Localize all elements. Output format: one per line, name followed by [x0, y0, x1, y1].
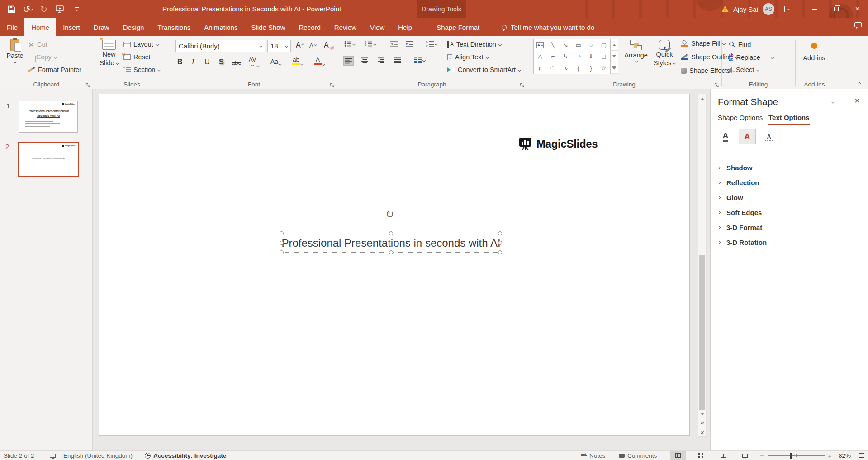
section-soft-edges[interactable]: Soft Edges — [711, 206, 868, 219]
increase-indent-button[interactable] — [406, 41, 413, 47]
strikethrough-button[interactable]: abc — [232, 59, 241, 66]
tab-shape-format[interactable]: Shape Format — [430, 18, 486, 36]
tab-transitions[interactable]: Transitions — [151, 18, 197, 36]
star-shape-icon[interactable]: ☆ — [598, 62, 610, 74]
section-glow[interactable]: Glow — [711, 191, 868, 204]
comments-icon[interactable] — [854, 22, 862, 27]
italic-button[interactable]: I — [192, 58, 194, 66]
user-name[interactable]: Ajay Sai — [733, 5, 758, 13]
justify-button[interactable] — [394, 58, 401, 63]
text-box-shape-icon[interactable]: A — [534, 39, 546, 51]
tell-me-box[interactable]: Tell me what you want to do — [502, 18, 594, 36]
slide-show-button[interactable] — [737, 451, 753, 460]
align-text-button[interactable]: ↕ Align Text — [447, 53, 489, 61]
select-button[interactable]: Select — [729, 66, 759, 73]
add-ins-button[interactable]: Add-ins — [802, 43, 826, 62]
rectangle-shape-icon[interactable]: ▭ — [572, 39, 584, 51]
slide-indicator[interactable]: Slide 2 of 2 — [4, 451, 34, 460]
convert-to-smartart-button[interactable]: Convert to SmartArt — [447, 66, 521, 73]
section-button[interactable]: Section — [123, 66, 160, 73]
gallery-scroll-up-icon[interactable] — [611, 39, 618, 51]
cut-button[interactable]: Cut — [28, 41, 47, 48]
tab-view[interactable]: View — [363, 18, 391, 36]
left-brace-shape-icon[interactable]: { — [572, 62, 584, 74]
zoom-in-button[interactable]: + — [828, 451, 832, 460]
gallery-more-icon[interactable] — [611, 62, 618, 74]
section-3d-rotation[interactable]: 3-D Rotation — [711, 235, 868, 249]
normal-view-button[interactable] — [670, 451, 686, 460]
notes-toggle[interactable]: Notes — [581, 451, 605, 460]
text-fill-outline-icon[interactable]: A — [717, 129, 734, 144]
section-shadow[interactable]: Shadow — [711, 161, 868, 174]
tab-animations[interactable]: Animations — [197, 18, 244, 36]
customize-quick-access-icon[interactable] — [71, 4, 81, 14]
minimize-button[interactable] — [804, 0, 825, 18]
copy-button[interactable]: Copy — [28, 53, 57, 61]
decrease-indent-button[interactable] — [390, 41, 398, 47]
tab-record[interactable]: Record — [292, 18, 327, 36]
tab-draw[interactable]: Draw — [87, 18, 116, 36]
tab-home[interactable]: Home — [24, 18, 56, 36]
elbow-arrow-icon[interactable]: ↳ — [559, 51, 572, 62]
align-right-button[interactable] — [378, 58, 384, 63]
tab-text-options[interactable]: Text Options — [768, 114, 810, 125]
start-slideshow-icon[interactable] — [55, 4, 65, 14]
undo-dropdown-icon[interactable] — [29, 7, 33, 10]
warning-icon[interactable] — [721, 6, 729, 12]
save-icon[interactable] — [6, 4, 16, 14]
tab-review[interactable]: Review — [327, 18, 363, 36]
find-button[interactable]: Find — [729, 41, 751, 48]
bullets-button[interactable] — [344, 41, 355, 47]
selected-text-box[interactable]: Professional Presentations in seconds wi… — [282, 234, 500, 253]
vertical-scrollbar[interactable] — [698, 94, 707, 437]
tab-insert[interactable]: Insert — [56, 18, 87, 36]
ribbon-display-options-icon[interactable] — [784, 6, 792, 12]
selection-handle[interactable] — [280, 241, 284, 245]
change-case-button[interactable]: Aa — [270, 58, 281, 65]
down-arrow-shape-icon[interactable]: ⇓ — [585, 51, 598, 62]
textbox-options-icon[interactable]: A — [760, 129, 778, 144]
section-reflection[interactable]: Reflection — [711, 176, 868, 189]
new-slide-button[interactable]: * New Slide — [97, 40, 121, 67]
line-shape-icon[interactable]: ╲ — [546, 39, 559, 51]
paste-button[interactable]: Paste — [4, 39, 26, 63]
rotate-handle-icon[interactable]: ↻ — [385, 208, 394, 220]
selection-handle[interactable] — [389, 231, 393, 235]
tab-shape-options[interactable]: Shape Options — [718, 114, 763, 124]
elbow-connector-icon[interactable]: ⌐ — [546, 51, 559, 62]
oval-shape-icon[interactable]: ○ — [585, 39, 598, 51]
grow-font-button[interactable]: A — [296, 41, 304, 49]
columns-button[interactable] — [414, 58, 425, 63]
text-direction-button[interactable]: A Text Direction — [447, 41, 501, 48]
fit-slide-button[interactable] — [859, 451, 864, 460]
text-shadow-button[interactable]: S — [219, 58, 224, 66]
language-indicator[interactable]: English (United Kingdom) — [63, 451, 133, 460]
scroll-down-icon[interactable] — [698, 409, 706, 418]
pane-collapse-icon[interactable] — [831, 101, 835, 104]
text-box-text[interactable]: Professional Presentations in seconds wi… — [281, 237, 500, 249]
curve-shape-icon[interactable]: ∿ — [559, 62, 572, 74]
zoom-slider-handle[interactable] — [790, 453, 792, 459]
comments-toggle[interactable]: Comments — [619, 451, 657, 460]
selection-handle[interactable] — [498, 231, 502, 235]
right-arrow-shape-icon[interactable]: ⇒ — [572, 51, 584, 62]
paragraph-dialog-launcher-icon[interactable] — [520, 82, 525, 87]
pane-close-icon[interactable]: × — [854, 96, 860, 106]
slide-sorter-view-button[interactable] — [693, 451, 708, 460]
scrollbar-thumb[interactable] — [699, 255, 705, 410]
next-slide-button[interactable] — [698, 428, 706, 436]
display-settings-icon[interactable] — [50, 451, 56, 460]
selection-handle[interactable] — [280, 231, 284, 235]
font-color-button[interactable]: A — [314, 57, 325, 65]
collapse-ribbon-icon[interactable] — [858, 82, 861, 86]
close-button[interactable]: × — [847, 0, 868, 18]
selection-handle[interactable] — [498, 250, 502, 254]
format-painter-button[interactable]: Format Painter — [28, 66, 81, 73]
slide-thumbnail-2[interactable]: MagicSlides Professional Presentations i… — [18, 142, 79, 177]
drawing-dialog-launcher-icon[interactable] — [714, 82, 719, 87]
text-effects-icon[interactable]: A — [739, 129, 756, 144]
quick-styles-button[interactable]: Quick Styles — [651, 40, 678, 67]
undo-icon[interactable]: ↺ — [23, 4, 33, 14]
align-center-button[interactable] — [361, 58, 368, 63]
slide-thumbnail-1[interactable]: MagicSlides Professional Presentations i… — [19, 101, 78, 133]
